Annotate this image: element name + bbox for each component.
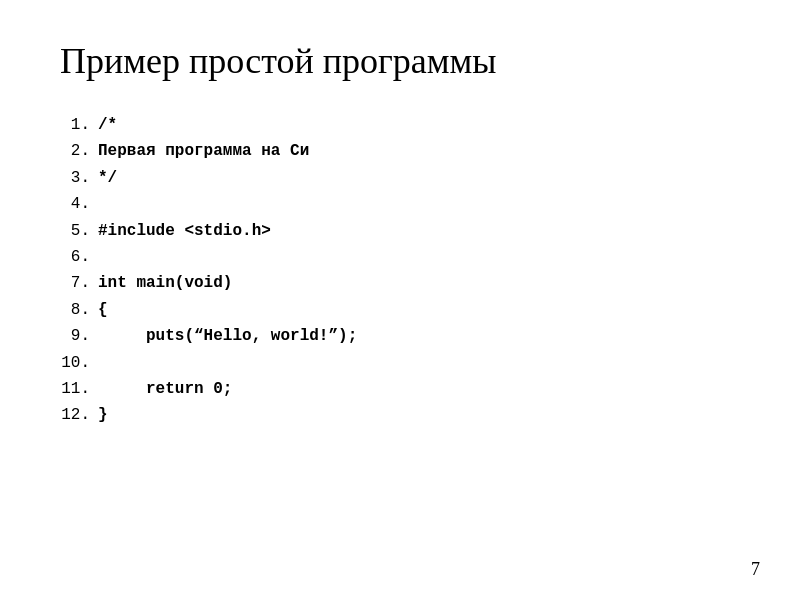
code-line: 10. bbox=[60, 350, 740, 376]
code-line: 6. bbox=[60, 244, 740, 270]
line-number: 9. bbox=[60, 323, 90, 349]
slide: Пример простой программы 1./*2.Первая пр… bbox=[0, 0, 800, 600]
slide-title: Пример простой программы bbox=[60, 40, 740, 82]
line-number: 2. bbox=[60, 138, 90, 164]
line-number: 3. bbox=[60, 165, 90, 191]
code-line: 11. return 0; bbox=[60, 376, 740, 402]
code-block: 1./*2.Первая программа на Си3.*/4.5.#inc… bbox=[60, 112, 740, 429]
code-line: 4. bbox=[60, 191, 740, 217]
line-number: 11. bbox=[60, 376, 90, 402]
line-number: 8. bbox=[60, 297, 90, 323]
line-content: Первая программа на Си bbox=[98, 138, 309, 164]
line-number: 4. bbox=[60, 191, 90, 217]
code-line: 2.Первая программа на Си bbox=[60, 138, 740, 164]
line-number: 5. bbox=[60, 218, 90, 244]
code-line: 7.int main(void) bbox=[60, 270, 740, 296]
line-content: */ bbox=[98, 165, 117, 191]
code-line: 9. puts(“Hello, world!”); bbox=[60, 323, 740, 349]
code-line: 5.#include <stdio.h> bbox=[60, 218, 740, 244]
code-line: 1./* bbox=[60, 112, 740, 138]
line-content: int main(void) bbox=[98, 270, 232, 296]
code-line: 8.{ bbox=[60, 297, 740, 323]
line-number: 6. bbox=[60, 244, 90, 270]
code-line: 12.} bbox=[60, 402, 740, 428]
line-number: 10. bbox=[60, 350, 90, 376]
line-number: 12. bbox=[60, 402, 90, 428]
line-content: { bbox=[98, 297, 108, 323]
line-content: /* bbox=[98, 112, 117, 138]
line-content: return 0; bbox=[98, 376, 232, 402]
line-content: } bbox=[98, 402, 108, 428]
line-number: 7. bbox=[60, 270, 90, 296]
line-number: 1. bbox=[60, 112, 90, 138]
page-number: 7 bbox=[751, 559, 760, 580]
code-line: 3.*/ bbox=[60, 165, 740, 191]
line-content: puts(“Hello, world!”); bbox=[98, 323, 357, 349]
line-content: #include <stdio.h> bbox=[98, 218, 271, 244]
